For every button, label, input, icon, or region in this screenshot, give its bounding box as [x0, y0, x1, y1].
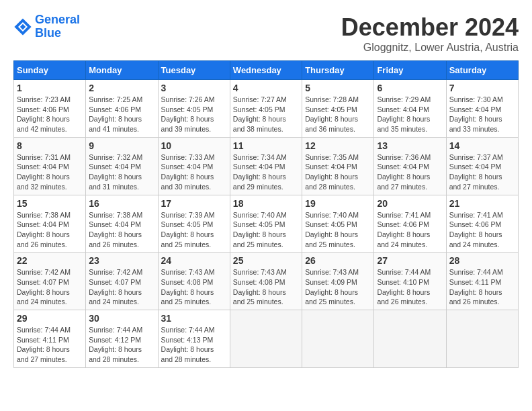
day-cell-21: 21Sunrise: 7:41 AM Sunset: 4:06 PM Dayli… — [446, 195, 518, 253]
day-cell-17: 17Sunrise: 7:39 AM Sunset: 4:05 PM Dayli… — [158, 195, 230, 253]
day-number: 31 — [161, 313, 227, 324]
day-cell-5: 5Sunrise: 7:28 AM Sunset: 4:05 PM Daylig… — [302, 80, 374, 138]
logo-line2: Blue — [35, 26, 61, 40]
day-number: 30 — [89, 313, 154, 324]
day-info: Sunrise: 7:34 AM Sunset: 4:04 PM Dayligh… — [233, 152, 299, 192]
day-cell-16: 16Sunrise: 7:38 AM Sunset: 4:04 PM Dayli… — [86, 195, 158, 253]
day-number: 10 — [161, 140, 227, 151]
empty-cell — [230, 310, 302, 368]
weekday-header-tuesday: Tuesday — [158, 61, 230, 80]
day-cell-31: 31Sunrise: 7:44 AM Sunset: 4:13 PM Dayli… — [158, 310, 230, 368]
calendar-header: SundayMondayTuesdayWednesdayThursdayFrid… — [14, 61, 519, 80]
day-cell-7: 7Sunrise: 7:30 AM Sunset: 4:04 PM Daylig… — [446, 80, 518, 138]
day-info: Sunrise: 7:43 AM Sunset: 4:08 PM Dayligh… — [161, 267, 227, 307]
day-cell-1: 1Sunrise: 7:23 AM Sunset: 4:06 PM Daylig… — [14, 80, 86, 138]
day-number: 22 — [17, 255, 83, 266]
empty-cell — [446, 310, 518, 368]
day-cell-9: 9Sunrise: 7:32 AM Sunset: 4:04 PM Daylig… — [86, 137, 158, 195]
calendar-week-5: 29Sunrise: 7:44 AM Sunset: 4:11 PM Dayli… — [14, 310, 519, 368]
day-info: Sunrise: 7:44 AM Sunset: 4:11 PM Dayligh… — [449, 267, 515, 307]
empty-cell — [374, 310, 446, 368]
day-number: 13 — [377, 140, 443, 151]
day-cell-11: 11Sunrise: 7:34 AM Sunset: 4:04 PM Dayli… — [230, 137, 302, 195]
day-info: Sunrise: 7:41 AM Sunset: 4:06 PM Dayligh… — [449, 210, 515, 250]
day-info: Sunrise: 7:36 AM Sunset: 4:04 PM Dayligh… — [377, 152, 443, 192]
day-info: Sunrise: 7:38 AM Sunset: 4:04 PM Dayligh… — [17, 210, 83, 250]
calendar-title-area: December 2024 Gloggnitz, Lower Austria, … — [341, 13, 519, 54]
day-info: Sunrise: 7:43 AM Sunset: 4:08 PM Dayligh… — [233, 267, 299, 307]
day-number: 2 — [89, 83, 154, 93]
day-number: 21 — [449, 198, 515, 209]
day-info: Sunrise: 7:29 AM Sunset: 4:04 PM Dayligh… — [377, 95, 443, 134]
day-info: Sunrise: 7:43 AM Sunset: 4:09 PM Dayligh… — [305, 267, 371, 307]
day-info: Sunrise: 7:44 AM Sunset: 4:13 PM Dayligh… — [161, 325, 227, 365]
day-cell-25: 25Sunrise: 7:43 AM Sunset: 4:08 PM Dayli… — [230, 253, 302, 310]
day-info: Sunrise: 7:25 AM Sunset: 4:06 PM Dayligh… — [89, 95, 154, 134]
day-info: Sunrise: 7:31 AM Sunset: 4:04 PM Dayligh… — [17, 152, 83, 192]
day-info: Sunrise: 7:28 AM Sunset: 4:05 PM Dayligh… — [305, 95, 371, 134]
day-cell-24: 24Sunrise: 7:43 AM Sunset: 4:08 PM Dayli… — [158, 253, 230, 310]
day-number: 9 — [89, 140, 154, 151]
day-number: 6 — [377, 83, 443, 93]
day-cell-14: 14Sunrise: 7:37 AM Sunset: 4:04 PM Dayli… — [446, 137, 518, 195]
day-info: Sunrise: 7:39 AM Sunset: 4:05 PM Dayligh… — [161, 210, 227, 250]
calendar-table: SundayMondayTuesdayWednesdayThursdayFrid… — [13, 60, 519, 368]
day-info: Sunrise: 7:42 AM Sunset: 4:07 PM Dayligh… — [89, 267, 154, 307]
day-cell-28: 28Sunrise: 7:44 AM Sunset: 4:11 PM Dayli… — [446, 253, 518, 310]
day-number: 26 — [305, 255, 371, 266]
weekday-header-saturday: Saturday — [446, 61, 518, 80]
day-number: 7 — [449, 83, 515, 93]
day-cell-12: 12Sunrise: 7:35 AM Sunset: 4:04 PM Dayli… — [302, 137, 374, 195]
day-info: Sunrise: 7:44 AM Sunset: 4:11 PM Dayligh… — [17, 325, 83, 365]
day-number: 19 — [305, 198, 371, 209]
logo-line1: General — [35, 13, 80, 26]
location-title: Gloggnitz, Lower Austria, Austria — [341, 42, 519, 54]
day-number: 14 — [449, 140, 515, 151]
day-info: Sunrise: 7:27 AM Sunset: 4:05 PM Dayligh… — [233, 95, 299, 134]
calendar-week-1: 1Sunrise: 7:23 AM Sunset: 4:06 PM Daylig… — [14, 80, 519, 138]
logo: General Blue — [13, 13, 80, 40]
day-number: 24 — [161, 255, 227, 266]
day-cell-23: 23Sunrise: 7:42 AM Sunset: 4:07 PM Dayli… — [86, 253, 158, 310]
calendar-body: 1Sunrise: 7:23 AM Sunset: 4:06 PM Daylig… — [14, 80, 519, 368]
day-cell-6: 6Sunrise: 7:29 AM Sunset: 4:04 PM Daylig… — [374, 80, 446, 138]
weekday-header-wednesday: Wednesday — [230, 61, 302, 80]
day-number: 27 — [377, 255, 443, 266]
day-cell-10: 10Sunrise: 7:33 AM Sunset: 4:04 PM Dayli… — [158, 137, 230, 195]
day-number: 23 — [89, 255, 154, 266]
day-cell-19: 19Sunrise: 7:40 AM Sunset: 4:05 PM Dayli… — [302, 195, 374, 253]
logo-icon — [13, 17, 32, 36]
day-number: 25 — [233, 255, 299, 266]
day-info: Sunrise: 7:23 AM Sunset: 4:06 PM Dayligh… — [17, 95, 83, 134]
weekday-header-thursday: Thursday — [302, 61, 374, 80]
weekday-header-friday: Friday — [374, 61, 446, 80]
day-info: Sunrise: 7:42 AM Sunset: 4:07 PM Dayligh… — [17, 267, 83, 307]
day-number: 11 — [233, 140, 299, 151]
logo-text: General Blue — [35, 13, 80, 40]
day-info: Sunrise: 7:32 AM Sunset: 4:04 PM Dayligh… — [89, 152, 154, 192]
day-info: Sunrise: 7:41 AM Sunset: 4:06 PM Dayligh… — [377, 210, 443, 250]
day-info: Sunrise: 7:38 AM Sunset: 4:04 PM Dayligh… — [89, 210, 154, 250]
day-cell-13: 13Sunrise: 7:36 AM Sunset: 4:04 PM Dayli… — [374, 137, 446, 195]
month-title: December 2024 — [341, 13, 519, 42]
day-cell-26: 26Sunrise: 7:43 AM Sunset: 4:09 PM Dayli… — [302, 253, 374, 310]
day-cell-29: 29Sunrise: 7:44 AM Sunset: 4:11 PM Dayli… — [14, 310, 86, 368]
day-number: 18 — [233, 198, 299, 209]
weekday-header-monday: Monday — [86, 61, 158, 80]
day-number: 4 — [233, 83, 299, 93]
empty-cell — [302, 310, 374, 368]
day-cell-2: 2Sunrise: 7:25 AM Sunset: 4:06 PM Daylig… — [86, 80, 158, 138]
calendar-week-4: 22Sunrise: 7:42 AM Sunset: 4:07 PM Dayli… — [14, 253, 519, 310]
day-number: 8 — [17, 140, 83, 151]
day-info: Sunrise: 7:37 AM Sunset: 4:04 PM Dayligh… — [449, 152, 515, 192]
weekday-header-sunday: Sunday — [14, 61, 86, 80]
calendar-week-3: 15Sunrise: 7:38 AM Sunset: 4:04 PM Dayli… — [14, 195, 519, 253]
weekday-header-row: SundayMondayTuesdayWednesdayThursdayFrid… — [14, 61, 519, 80]
day-cell-8: 8Sunrise: 7:31 AM Sunset: 4:04 PM Daylig… — [14, 137, 86, 195]
day-number: 12 — [305, 140, 371, 151]
day-cell-15: 15Sunrise: 7:38 AM Sunset: 4:04 PM Dayli… — [14, 195, 86, 253]
day-number: 17 — [161, 198, 227, 209]
day-number: 15 — [17, 198, 83, 209]
page-header: General Blue December 2024 Gloggnitz, Lo… — [13, 13, 519, 54]
day-cell-18: 18Sunrise: 7:40 AM Sunset: 4:05 PM Dayli… — [230, 195, 302, 253]
